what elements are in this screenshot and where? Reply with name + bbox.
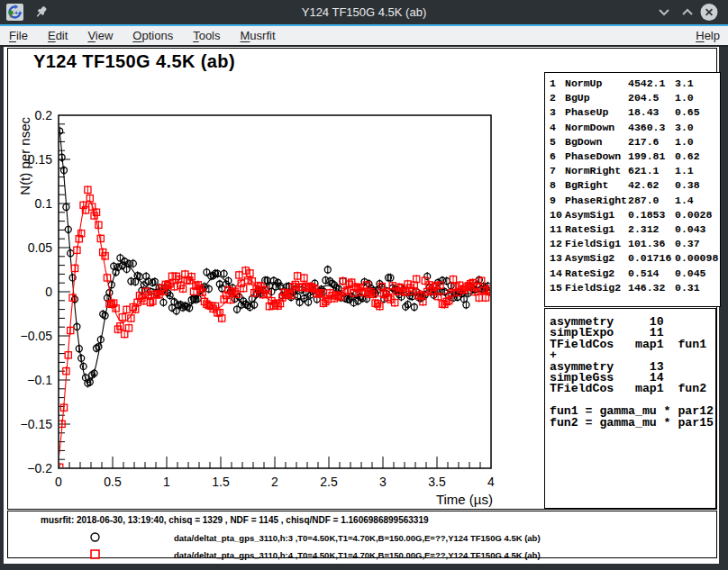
svg-text:1: 1 xyxy=(163,475,170,489)
data-markers xyxy=(57,186,494,470)
param-row: 15FieldSig2146.320.31 xyxy=(550,281,720,295)
legend-item: data/deltat_pta_gps_3110,h:4 ,T0=4.50K,T… xyxy=(8,548,716,561)
y-axis-title: N(t) per nsec xyxy=(17,117,32,195)
plot-data-area xyxy=(57,122,494,472)
x-axis-title: Time (µs) xyxy=(436,492,493,507)
param-row: 4NormDown4360.33.0 xyxy=(550,121,720,135)
svg-text:0.5: 0.5 xyxy=(104,475,122,489)
status-legend-pad: musrfit: 2018-06-30, 13:19:40, chisq = 1… xyxy=(7,511,717,558)
svg-text:2.5: 2.5 xyxy=(320,475,338,489)
plot-canvas[interactable]: 00.511.522.533.540.20.150.10.050−0.05−0.… xyxy=(8,49,549,508)
param-row: 10AsymSig10.18530.0028 xyxy=(550,208,720,222)
fit-status-text: musrfit: 2018-06-30, 13:19:40, chisq = 1… xyxy=(41,515,429,525)
close-button[interactable] xyxy=(699,0,719,24)
series-square xyxy=(57,185,494,472)
menu-item-musrfit[interactable]: Musrfit xyxy=(231,27,286,44)
svg-text:−0.2: −0.2 xyxy=(27,461,52,475)
param-row: 1NormUp4542.13.1 xyxy=(550,77,720,91)
menu-item-file[interactable]: File xyxy=(0,27,38,44)
param-row: 2BgUp204.51.0 xyxy=(550,91,720,105)
main-plot-pad[interactable]: Y124 TF150G 4.5K (ab) 00.511.522.533.540… xyxy=(7,48,717,510)
svg-text:3.5: 3.5 xyxy=(428,475,446,489)
legend-square-marker-icon xyxy=(89,548,101,560)
application-window: ++ Y124 TF150G 4.5K (ab) FileEditViewOpt xyxy=(0,0,728,570)
legend-label: data/deltat_pta_gps_3110,h:3 ,T0=4.50K,T… xyxy=(174,533,541,543)
param-row: 5BgDown217.61.0 xyxy=(550,135,720,149)
minimize-button[interactable] xyxy=(654,0,674,24)
param-row: 12FieldSig1101.360.37 xyxy=(550,237,720,251)
svg-text:0.05: 0.05 xyxy=(28,240,52,255)
theory-text: asymmetry 10 simplExpo 11 TFieldCos map1… xyxy=(550,317,715,429)
param-row: 9PhaseRight287.01.4 xyxy=(550,194,720,208)
svg-text:−0.1: −0.1 xyxy=(27,373,52,387)
svg-text:0: 0 xyxy=(55,475,62,489)
menu-item-view[interactable]: View xyxy=(77,27,123,44)
theory-function-panel: asymmetry 10 simplExpo 11 TFieldCos map1… xyxy=(544,308,716,509)
window-title: Y124 TF150G 4.5K (ab) xyxy=(0,0,728,24)
legend-item: data/deltat_pta_gps_3110,h:3 ,T0=4.50K,T… xyxy=(8,531,716,544)
param-row: 8BgRight42.620.38 xyxy=(550,178,720,193)
svg-text:1.5: 1.5 xyxy=(212,475,230,489)
param-row: 11RateSig12.3120.043 xyxy=(550,222,720,237)
param-row: 3PhaseUp18.430.65 xyxy=(550,105,720,120)
param-row: 13AsymSig20.017160.00098 xyxy=(550,251,720,266)
error-bars xyxy=(59,127,490,388)
data-markers xyxy=(57,128,494,386)
svg-text:0.2: 0.2 xyxy=(35,108,53,122)
maximize-button[interactable] xyxy=(678,0,697,24)
menubar: FileEditViewOptionsToolsMusrfitHelp xyxy=(0,26,728,47)
svg-text:4: 4 xyxy=(487,475,495,489)
legend-circle-marker-icon xyxy=(89,531,101,543)
param-row: 7NormRight621.11.1 xyxy=(550,164,720,178)
fit-curve xyxy=(59,122,491,383)
menu-item-tools[interactable]: Tools xyxy=(183,27,230,44)
svg-text:−0.15: −0.15 xyxy=(21,417,53,431)
menu-item-help[interactable]: Help xyxy=(686,27,728,44)
svg-text:0: 0 xyxy=(45,285,52,299)
root-canvas[interactable]: Y124 TF150G 4.5K (ab) 00.511.522.533.540… xyxy=(4,47,719,564)
svg-text:0.1: 0.1 xyxy=(35,196,53,211)
error-bars xyxy=(59,185,490,472)
param-row: 6PhaseDown199.810.62 xyxy=(550,149,720,164)
legend-label: data/deltat_pta_gps_3110,h:4 ,T0=4.50K,T… xyxy=(174,550,541,560)
titlebar[interactable]: ++ Y124 TF150G 4.5K (ab) xyxy=(0,0,728,24)
fit-parameter-table: 1NormUp4542.13.12BgUp204.51.03PhaseUp18.… xyxy=(544,72,721,307)
svg-text:−0.05: −0.05 xyxy=(21,329,53,343)
series-circle xyxy=(57,122,494,388)
menu-item-options[interactable]: Options xyxy=(123,27,183,44)
menu-item-edit[interactable]: Edit xyxy=(38,27,77,44)
svg-text:2: 2 xyxy=(271,475,278,489)
svg-text:3: 3 xyxy=(379,475,387,489)
param-row: 14RateSig20.5140.045 xyxy=(550,267,720,281)
